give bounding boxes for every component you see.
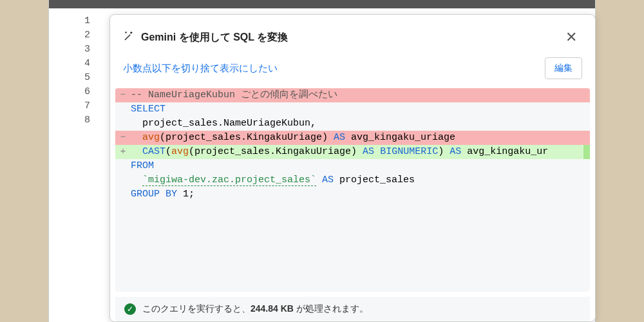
close-icon: ✕	[565, 29, 577, 45]
validation-status-bar: ✓ このクエリを実行すると、244.84 KB が処理されます。	[115, 297, 590, 321]
diff-line: FROM	[115, 159, 590, 173]
check-icon: ✓	[124, 303, 136, 315]
line-number: 3	[64, 43, 90, 57]
status-text: このクエリを実行すると、244.84 KB が処理されます。	[142, 303, 368, 315]
diff-marker-minus: −	[115, 131, 131, 145]
edit-button[interactable]: 編集	[545, 57, 582, 79]
gemini-sql-modal: Gemini を使用して SQL を変換 ✕ 小数点以下を切り捨て表示にしたい …	[109, 14, 596, 322]
code-comment: -- NameUriageKubun ごとの傾向を調べたい	[131, 88, 590, 102]
diff-marker	[115, 102, 131, 117]
line-number: 8	[64, 113, 90, 128]
diff-line-deleted: − -- NameUriageKubun ごとの傾向を調べたい	[115, 88, 590, 102]
diff-marker-plus: +	[115, 145, 131, 159]
line-number: 6	[64, 85, 90, 99]
code-text: avg(project_sales.KingakuUriage) AS avg_…	[131, 131, 590, 145]
diff-line-added: + CAST(avg(project_sales.KingakuUriage) …	[115, 145, 590, 159]
modal-header: Gemini を使用して SQL を変換 ✕	[110, 15, 595, 55]
add-indicator	[583, 145, 590, 159]
line-number: 4	[64, 57, 90, 71]
keyword-as: AS	[334, 132, 345, 143]
modal-subheader: 小数点以下を切り捨て表示にしたい 編集	[110, 55, 595, 88]
code-text: SELECT	[131, 102, 590, 117]
diff-marker	[115, 187, 131, 202]
line-number: 1	[64, 14, 90, 28]
code-text: FROM	[131, 159, 590, 173]
editor-toolbar	[49, 0, 595, 8]
keyword-cast: CAST	[142, 146, 166, 157]
sql-diff-area[interactable]: − -- NameUriageKubun ごとの傾向を調べたい SELECT p…	[115, 88, 590, 292]
close-button[interactable]: ✕	[560, 26, 582, 48]
keyword-select: SELECT	[131, 104, 166, 115]
modal-title-prefix: Gemini	[141, 32, 176, 43]
prompt-text: 小数点以下を切り捨て表示にしたい	[123, 62, 278, 75]
table-ref: `migiwa-dev.zac.project_sales`	[142, 175, 316, 186]
line-number: 5	[64, 71, 90, 85]
diff-marker	[115, 159, 131, 173]
code-text: GROUP BY 1;	[131, 187, 590, 202]
modal-title-suffix: を使用して SQL を変換	[176, 32, 288, 43]
line-number-gutter: 1 2 3 4 5 6 7 8	[64, 14, 90, 128]
keyword-as: AS	[450, 146, 461, 157]
keyword-from: FROM	[131, 160, 154, 171]
diff-line-deleted: − avg(project_sales.KingakuUriage) AS av…	[115, 131, 590, 145]
code-text: `migiwa-dev.zac.project_sales` AS projec…	[131, 173, 590, 187]
diff-line: `migiwa-dev.zac.project_sales` AS projec…	[115, 173, 590, 187]
line-number: 7	[64, 99, 90, 113]
function-avg: avg	[171, 146, 189, 157]
status-size: 244.84 KB	[251, 303, 294, 314]
modal-title: Gemini を使用して SQL を変換	[141, 31, 288, 44]
diff-line: project_sales.NameUriageKubun,	[115, 117, 590, 131]
diff-marker	[115, 173, 131, 187]
diff-marker	[115, 117, 131, 131]
line-number: 2	[64, 28, 90, 43]
function-avg: avg	[142, 132, 160, 143]
code-text: project_sales.NameUriageKubun,	[131, 117, 590, 131]
wand-icon	[123, 30, 135, 44]
diff-line: SELECT	[115, 102, 590, 117]
diff-marker-minus: −	[115, 88, 131, 102]
keyword-groupby: GROUP BY	[131, 189, 177, 200]
diff-line: GROUP BY 1;	[115, 187, 590, 202]
code-text: CAST(avg(project_sales.KingakuUriage) AS…	[131, 145, 583, 159]
keyword-as: AS	[363, 146, 374, 157]
